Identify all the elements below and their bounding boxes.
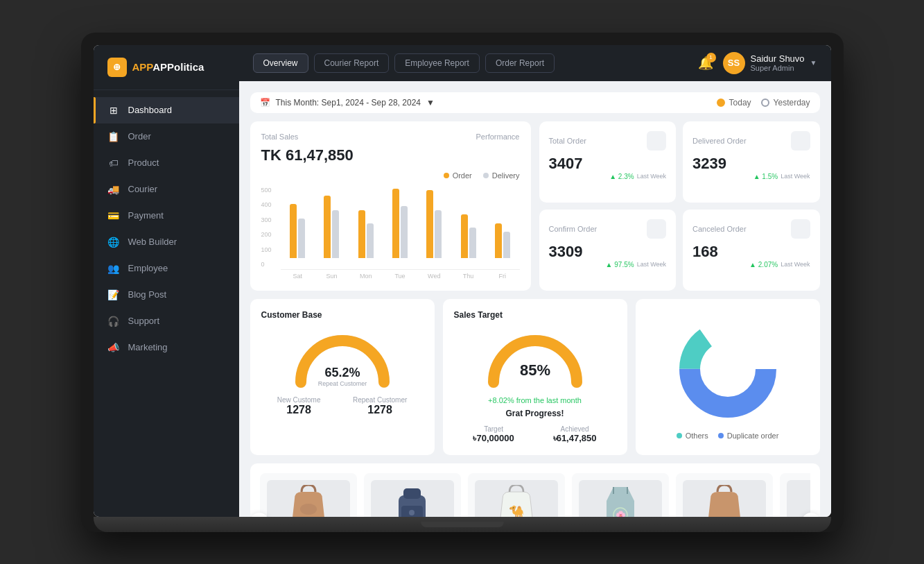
order-bar [495, 223, 502, 258]
sales-chart-card: Total Sales Performance TK 61,47,850 Ord… [250, 121, 531, 291]
svg-text:🌸: 🌸 [615, 510, 625, 517]
others-legend: Others [677, 431, 708, 440]
notification-button[interactable]: 🔔 1 [698, 55, 713, 71]
svg-point-10 [409, 510, 415, 515]
support-icon: 🎧 [107, 315, 120, 327]
svg-text:85%: 85% [519, 361, 550, 379]
delivered-order-change: ▲ 1.5% [753, 173, 778, 180]
others-label: Others [686, 431, 708, 440]
sidebar-item-dashboard[interactable]: ⊞ Dashboard [94, 97, 239, 123]
user-role: Super Admin [751, 64, 805, 72]
sidebar-item-marketing[interactable]: 📣 Marketing [94, 334, 239, 361]
others-dot [677, 433, 682, 438]
product-image [787, 480, 810, 517]
topbar: Overview Courier Report Employee Report … [239, 45, 831, 81]
delivery-bar [332, 210, 339, 258]
grat-text: Grat Progress! [454, 409, 616, 418]
screen: ⊕ APPAPPolitica ⊞ Dashboard 📋 Order 🏷 Pr… [94, 45, 831, 517]
sales-amount: TK 61,47,850 [261, 146, 520, 164]
dashboard-icon: ⊞ [107, 104, 120, 117]
bar-group-tue [383, 189, 417, 258]
kpi-total-order: Total Order 3407 ▲ 2.3% Last Week [539, 121, 677, 203]
customer-base-card: Customer Base 65.2% Repeat Customer [250, 299, 435, 455]
date-picker-button[interactable]: 📅 This Month: Sep1, 2024 - Sep 28, 2024 … [260, 98, 435, 108]
total-order-label: Total Order [549, 137, 586, 145]
sidebar-item-order[interactable]: 📋 Order [94, 123, 239, 150]
svg-text:🐪: 🐪 [509, 504, 525, 517]
tab-overview[interactable]: Overview [253, 53, 308, 73]
sidebar-item-support[interactable]: 🎧 Support [94, 308, 239, 334]
canceled-order-value: 168 [692, 243, 810, 261]
topbar-right: 🔔 1 SS Saidur Shuvo Super Admin ▼ [698, 52, 817, 74]
payment-icon: 💳 [107, 210, 120, 222]
sidebar-item-blog[interactable]: 📝 Blog Post [94, 282, 239, 308]
confirm-order-period: Last Week [637, 261, 666, 268]
order-icon: 📋 [107, 130, 120, 143]
logo-text: APPAPPolitica [132, 61, 204, 73]
sidebar: ⊕ APPAPPolitica ⊞ Dashboard 📋 Order 🏷 Pr… [94, 45, 239, 517]
svg-text:Repeat Customer: Repeat Customer [317, 380, 367, 387]
sidebar-item-product[interactable]: 🏷 Product [94, 150, 239, 176]
blog-icon: 📝 [107, 289, 120, 301]
tab-employee[interactable]: Employee Report [394, 53, 480, 73]
bar-group-mon [349, 210, 383, 258]
y-label-200: 200 [261, 231, 272, 238]
bar-group-sun [315, 196, 349, 258]
sidebar-item-courier[interactable]: 🚚 Courier [94, 176, 239, 203]
product-card[interactable]: Premium Travel Bag - TB_003 [364, 473, 461, 517]
product-card[interactable]: 🐪ADORE ASTHETIC TOTE BAG - 041 [468, 473, 565, 517]
canceled-order-label: Canceled Order [692, 225, 747, 233]
bar-group-wed [417, 190, 451, 258]
product-card[interactable]: LADIES SHOULDER BAG - TOTE_002 [260, 473, 357, 517]
delivery-bar [401, 206, 408, 258]
user-details: Saidur Shuvo Super Admin [751, 53, 805, 72]
product-card[interactable]: LADIES SHOULDER BAG - TOTE_002 [676, 473, 773, 517]
dashboard-area: 📅 This Month: Sep1, 2024 - Sep 28, 2024 … [239, 81, 831, 517]
bar-group-sat [281, 204, 315, 258]
donut-chart-card: Others Duplicate order [636, 299, 820, 455]
yesterday-button[interactable]: Yesterday [761, 98, 810, 108]
delivery-legend: Delivery [483, 171, 520, 180]
yesterday-radio [761, 99, 769, 107]
canceled-order-period: Last Week [781, 261, 810, 268]
duplicate-dot [718, 433, 724, 438]
sidebar-item-payment[interactable]: 💳 Payment [94, 203, 239, 229]
product-card[interactable]: 🌸Double Shoulder Drawstring Backpack [572, 473, 669, 517]
date-filter-row: 📅 This Month: Sep1, 2024 - Sep 28, 2024 … [250, 92, 820, 113]
products-scroll: LADIES SHOULDER BAG - TOTE_002Premium Tr… [260, 473, 810, 517]
chart-y-labels: 500 400 300 200 100 0 [261, 187, 272, 268]
period-buttons: Today Yesterday [717, 98, 810, 108]
canceled-order-change: ▲ 2.07% [749, 261, 778, 268]
chevron-down-icon: ▼ [810, 59, 817, 67]
target-change: +8.02% from the last month [454, 396, 616, 404]
tab-courier[interactable]: Courier Report [314, 53, 390, 73]
date-range-label: This Month: Sep1, 2024 - Sep 28, 2024 [276, 98, 421, 108]
user-info[interactable]: SS Saidur Shuvo Super Admin ▼ [723, 52, 817, 74]
order-bar [461, 214, 468, 258]
order-legend-label: Order [453, 171, 472, 180]
delivered-order-value: 3239 [692, 155, 810, 173]
sidebar-label-webbuilder: Web Builder [128, 237, 177, 247]
tab-order[interactable]: Order Report [485, 53, 555, 73]
avatar: SS [723, 52, 745, 74]
delivery-bar [367, 223, 374, 258]
sidebar-item-webbuilder[interactable]: 🌐 Web Builder [94, 229, 239, 255]
product-image: 🌸 [579, 480, 662, 517]
notification-badge: 1 [706, 53, 716, 62]
donut-svg [672, 314, 783, 425]
target-col: Target ৳70,00000 [473, 425, 514, 444]
today-button[interactable]: Today [717, 98, 751, 108]
sidebar-nav: ⊞ Dashboard 📋 Order 🏷 Product 🚚 Courier … [94, 90, 239, 517]
sidebar-label-courier: Courier [128, 184, 158, 194]
target-label: Target [473, 425, 514, 433]
total-order-change: ▲ 2.3% [609, 173, 634, 180]
x-label-sat: Sat [281, 273, 315, 280]
new-customer-stat: New Custome 1278 [277, 396, 321, 416]
svg-point-6 [300, 504, 317, 515]
sidebar-item-employee[interactable]: 👥 Employee [94, 255, 239, 282]
product-card[interactable]: DAILY WEAR TWO PIECES - 002 [780, 473, 810, 517]
user-name: Saidur Shuvo [751, 53, 805, 64]
repeat-customer-label: Repeat Customer [353, 396, 407, 404]
sales-target-svg: 85% [480, 327, 591, 389]
order-bar [290, 204, 297, 258]
